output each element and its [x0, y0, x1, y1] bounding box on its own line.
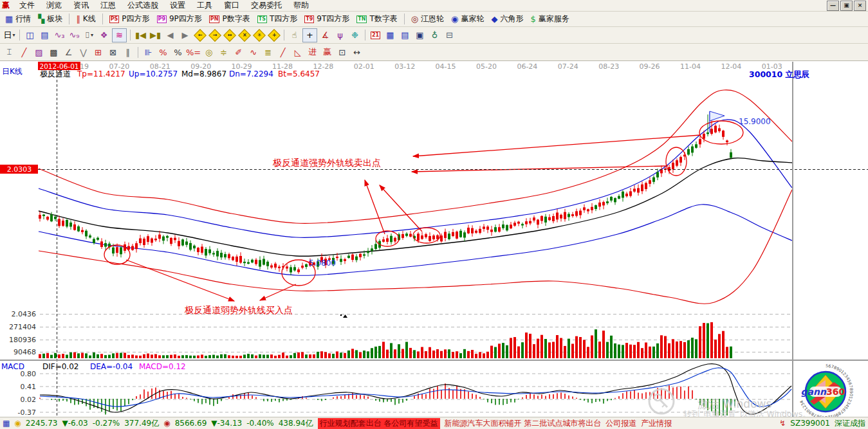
width-measure-icon[interactable]: ↔ — [350, 46, 364, 59]
gann-right-icon[interactable]: → — [208, 29, 221, 42]
p-square-button[interactable]: PSP四方形 — [106, 13, 153, 25]
dropdown-arrow-icon[interactable]: ▾ — [91, 32, 93, 38]
t-square-button[interactable]: TST四方形 — [254, 13, 301, 25]
tree-tool-icon[interactable]: ψ — [333, 29, 347, 42]
gann-wheel-button[interactable]: ◎江恩轮 — [408, 13, 447, 25]
candle-body — [154, 239, 157, 241]
percent-icon[interactable]: % — [171, 46, 185, 59]
candle-body — [228, 254, 230, 258]
winner-wheel-button[interactable]: ◉赢家轮 — [448, 13, 487, 25]
t9-square-button[interactable]: T99T四方形 — [301, 13, 353, 25]
winner-tool-icon[interactable]: 赢 — [320, 46, 334, 59]
trend-angle-icon[interactable]: ∠ — [62, 46, 75, 59]
menu-item-8[interactable]: 交易委托 — [245, 0, 288, 11]
quotes-button[interactable]: ▦行情 — [2, 13, 34, 25]
menu-item-2[interactable]: 资讯 — [68, 0, 95, 11]
restore-button[interactable]: ▣ — [840, 1, 853, 11]
save-icon[interactable]: ▣ — [413, 29, 427, 42]
printer-icon[interactable]: ⊟ — [443, 29, 456, 42]
angle-ray-icon[interactable]: ╱ — [276, 46, 290, 59]
golden-section-icon[interactable]: ≑ — [217, 46, 230, 59]
channel-tool-icon[interactable]: ◺ — [291, 46, 304, 59]
sectors-button[interactable]: ▚板块 — [35, 13, 66, 25]
gann-grid-box-icon[interactable]: ▩ — [47, 46, 60, 59]
news-link-industry[interactable]: 产业情报 — [641, 418, 672, 429]
minimize-button[interactable]: — — [827, 1, 839, 11]
candle-body — [166, 236, 169, 238]
save-glyph: ▣ — [416, 30, 423, 40]
crosshair-tool-icon[interactable]: + — [302, 28, 317, 42]
black-grid-icon[interactable]: ⊠ — [106, 46, 120, 59]
step-forward-icon[interactable]: ▶ — [178, 29, 192, 42]
protractor-icon[interactable]: ∡ — [319, 29, 332, 42]
candle-style-button[interactable]: ⌷▾ — [82, 29, 96, 42]
percent-line-icon[interactable]: % — [156, 46, 170, 59]
menu-item-5[interactable]: 设置 — [164, 0, 191, 11]
golden-line-icon[interactable]: ≣ — [261, 46, 275, 59]
sz-index-icon[interactable]: ◉ — [163, 419, 170, 428]
gann-left-icon[interactable]: ← — [193, 29, 207, 42]
volume-profile-icon[interactable]: ≋ — [112, 28, 127, 42]
scale-ruler-icon[interactable]: ⊪ — [142, 46, 155, 59]
dropdown-arrow-icon[interactable]: ▾ — [12, 32, 15, 38]
info-panel-icon[interactable]: ▤ — [38, 29, 51, 42]
style-settings-icon[interactable]: ❖ — [97, 29, 111, 42]
sh-index-icon[interactable]: ◉ — [14, 419, 21, 428]
advance-tool-icon[interactable]: 进 — [306, 46, 319, 59]
wave-line-icon[interactable]: ∿ — [246, 46, 260, 59]
winner-service-glyph: $ — [530, 14, 535, 24]
notebook-icon[interactable]: ▤ — [398, 29, 412, 42]
gann-both-icon[interactable]: ↔ — [223, 29, 236, 42]
menu-item-3[interactable]: 江恩 — [95, 0, 122, 11]
winner-service-button[interactable]: $赢家服务 — [527, 13, 572, 25]
jump-first-icon[interactable]: ▮◀ — [134, 29, 147, 42]
calendar-icon[interactable]: 21 — [369, 29, 382, 42]
hand-tool-icon[interactable]: ☝ — [288, 29, 301, 42]
news-headline-2[interactable]: 新能源汽车大面积铺开 第二批试点城市将出台 — [445, 418, 602, 429]
fractal-tool-icon[interactable]: ❉ — [348, 29, 362, 42]
p9-square-button[interactable]: P99P四方形 — [154, 13, 205, 25]
zoom-window-icon[interactable]: ◫ — [23, 29, 37, 42]
candle-body — [69, 223, 72, 227]
period-day-button[interactable]: 日▾ — [3, 29, 16, 42]
calculator-icon[interactable]: ▦ — [383, 29, 397, 42]
gann-fan-icon[interactable]: ╱ — [17, 46, 31, 59]
gann-star-icon[interactable]: ✳ — [252, 29, 266, 42]
menu-item-9[interactable]: 帮助 — [288, 0, 315, 11]
flag-pen-icon[interactable]: ✐ — [232, 46, 245, 59]
gann-box-icon[interactable]: ▨ — [32, 46, 46, 59]
t-square-icon[interactable]: ⌶ — [3, 46, 16, 59]
gann-wheel-button-label: 江恩轮 — [421, 14, 444, 24]
menu-item-7[interactable]: 窗口 — [218, 0, 245, 11]
news-headline-hot[interactable]: 行业规划配套出台 各公司有望受益 — [318, 418, 440, 429]
v-line-icon[interactable]: ⋁ — [77, 46, 90, 59]
news-link-company[interactable]: 公司报道 — [605, 418, 636, 429]
red-grid-icon[interactable]: ⊞ — [91, 46, 105, 59]
kline-button[interactable]: ∥K线 — [73, 13, 98, 25]
chart-area[interactable]: 06-1907-2008-2109-2010-2911-2812-2802-01… — [0, 61, 868, 417]
jump-last-icon[interactable]: ▶▮ — [149, 29, 162, 42]
volume-bar — [537, 339, 539, 358]
candle-body — [448, 233, 450, 239]
candle-body — [293, 267, 296, 270]
ma3-icon[interactable]: ∿₃ — [53, 29, 66, 42]
golden-circle-icon[interactable]: ◎ — [202, 46, 216, 59]
menu-item-1[interactable]: 浏览 — [41, 0, 68, 11]
step-back-icon[interactable]: ◀ — [163, 29, 177, 42]
parallel-lines-icon[interactable]: ∥ — [121, 46, 134, 59]
digit-ruler-icon[interactable]: ⊡ — [335, 46, 349, 59]
gann-cross-icon[interactable]: × — [237, 29, 251, 42]
gann-grid-icon[interactable]: + — [267, 29, 281, 42]
p-number-button[interactable]: PNP数字表 — [206, 13, 254, 25]
menu-item-0[interactable]: 文件 — [14, 0, 41, 11]
world-clock-icon[interactable]: ♁ — [428, 29, 441, 42]
market-table-icon[interactable]: ▦ — [3, 419, 10, 428]
menu-item-6[interactable]: 工具 — [191, 0, 218, 11]
close-button[interactable]: × — [854, 1, 866, 11]
macd-dea-value: DEA=-0.04 — [90, 362, 133, 371]
ma9-icon[interactable]: ∿₉ — [68, 29, 81, 42]
hexagon-button[interactable]: ◆六角形 — [488, 13, 526, 25]
menu-item-4[interactable]: 公式选股 — [122, 0, 164, 11]
t-number-button[interactable]: TNT数字表 — [353, 13, 401, 25]
percent-retrace-icon[interactable]: %= — [186, 46, 201, 59]
